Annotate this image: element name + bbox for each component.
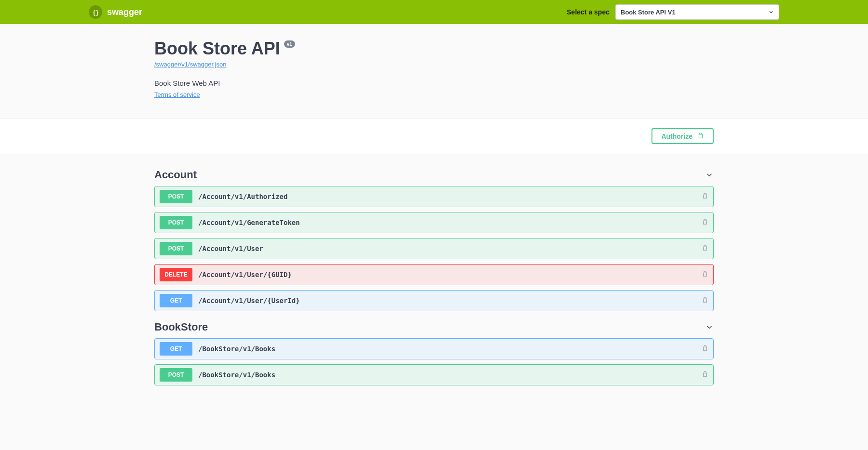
- swagger-logo-icon: { }: [89, 5, 102, 19]
- spec-selector-area: Select a spec Book Store API V1: [567, 4, 779, 20]
- version-badge: v1: [284, 40, 295, 48]
- opblock-get[interactable]: GET/BookStore/v1/Books: [154, 338, 714, 359]
- api-title: Book Store API: [154, 39, 280, 59]
- title-row: Book Store API v1: [154, 39, 714, 59]
- authorize-button[interactable]: Authorize: [651, 128, 714, 144]
- opblock-post[interactable]: POST/Account/v1/GenerateToken: [154, 212, 714, 233]
- operation-path: /BookStore/v1/Books: [198, 345, 702, 353]
- lock-open-icon: [697, 132, 704, 140]
- info-section: Book Store API v1 /swagger/v1/swagger.js…: [154, 24, 714, 118]
- opblock-post[interactable]: POST/Account/v1/User: [154, 238, 714, 259]
- tag-header-account[interactable]: Account: [154, 164, 714, 186]
- opblock-delete[interactable]: DELETE/Account/v1/User/{GUID}: [154, 264, 714, 285]
- method-badge: POST: [160, 190, 192, 203]
- tag-header-bookstore[interactable]: BookStore: [154, 316, 714, 338]
- opblock-post[interactable]: POST/BookStore/v1/Books: [154, 364, 714, 385]
- operation-path: /BookStore/v1/Books: [198, 371, 702, 379]
- method-badge: POST: [160, 368, 192, 382]
- brand-area: { } swagger: [89, 5, 142, 19]
- swagger-json-link[interactable]: /swagger/v1/swagger.json: [154, 61, 227, 68]
- lock-open-icon: [702, 244, 708, 253]
- authorize-label: Authorize: [661, 132, 692, 140]
- chevron-down-icon: [705, 323, 714, 331]
- operation-path: /Account/v1/User/{GUID}: [198, 271, 702, 278]
- method-badge: DELETE: [160, 268, 192, 281]
- brand-text: swagger: [107, 7, 142, 17]
- terms-of-service-link[interactable]: Terms of service: [154, 91, 200, 98]
- lock-open-icon: [702, 371, 708, 379]
- opblock-get[interactable]: GET/Account/v1/User/{UserId}: [154, 290, 714, 311]
- lock-open-icon: [702, 270, 708, 279]
- chevron-down-icon: [705, 171, 714, 179]
- lock-open-icon: [702, 344, 708, 353]
- lock-open-icon: [702, 218, 708, 227]
- operations-content: AccountPOST/Account/v1/AuthorizedPOST/Ac…: [154, 154, 714, 400]
- lock-open-icon: [702, 192, 708, 201]
- operation-path: /Account/v1/User/{UserId}: [198, 297, 702, 304]
- spec-select[interactable]: Book Store API V1: [615, 4, 779, 20]
- method-badge: POST: [160, 242, 192, 255]
- tag-name: BookStore: [154, 321, 208, 333]
- chevron-down-icon: [768, 9, 774, 15]
- topbar: { } swagger Select a spec Book Store API…: [0, 0, 868, 24]
- tag-name: Account: [154, 169, 197, 181]
- spec-label: Select a spec: [567, 8, 610, 16]
- method-badge: POST: [160, 216, 192, 229]
- opblock-post[interactable]: POST/Account/v1/Authorized: [154, 186, 714, 207]
- method-badge: GET: [160, 342, 192, 356]
- method-badge: GET: [160, 294, 192, 307]
- operation-path: /Account/v1/Authorized: [198, 193, 702, 200]
- api-description: Book Store Web API: [154, 79, 714, 87]
- operation-path: /Account/v1/GenerateToken: [198, 219, 702, 226]
- spec-selected-value: Book Store API V1: [621, 9, 676, 16]
- operation-path: /Account/v1/User: [198, 245, 702, 252]
- auth-section: Authorize: [0, 118, 868, 154]
- lock-open-icon: [702, 296, 708, 305]
